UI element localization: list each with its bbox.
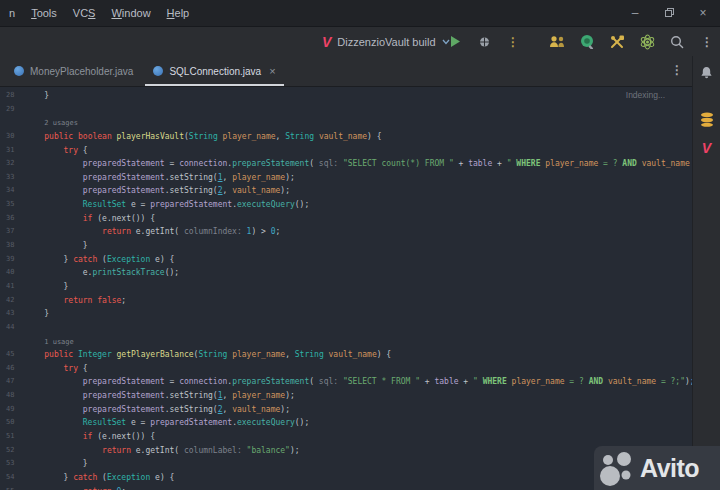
- line-number[interactable]: 45: [0, 348, 25, 362]
- run-button[interactable]: [446, 33, 464, 51]
- code-line: 42 return false;: [0, 294, 693, 308]
- tab-label: MoneyPlaceholder.java: [30, 66, 133, 77]
- code-line: 35 ResultSet e = preparedStatement.execu…: [0, 198, 693, 212]
- menu-item-window[interactable]: Window: [103, 0, 158, 26]
- code-text: return e.getInt( columnIndex: 1) > 0;: [25, 225, 693, 239]
- code-line: 30 public boolean playerHasVault(String …: [0, 130, 693, 144]
- build-button[interactable]: [608, 33, 626, 51]
- line-number[interactable]: 51: [0, 430, 25, 444]
- avito-watermark: Avito: [594, 446, 720, 490]
- code-text: public Integer getPlayerBalance(String p…: [25, 348, 693, 362]
- line-number[interactable]: 53: [0, 457, 25, 471]
- close-button[interactable]: ×: [686, 0, 720, 26]
- line-number[interactable]: 36: [0, 212, 25, 226]
- line-number[interactable]: 39: [0, 253, 25, 267]
- line-number[interactable]: 37: [0, 225, 25, 239]
- bell-icon: [700, 66, 713, 80]
- line-number[interactable]: 49: [0, 403, 25, 417]
- menu-items: nToolsVCSWindowHelp: [0, 0, 197, 26]
- bug-icon: [478, 35, 491, 48]
- more-run-options-icon[interactable]: ⋮: [504, 33, 522, 51]
- code-line: 39 } catch (Exception e) {: [0, 253, 693, 267]
- window-controls: – ×: [618, 0, 720, 26]
- restore-button[interactable]: [652, 0, 686, 26]
- profiler-icon: [580, 34, 595, 49]
- line-number[interactable]: [0, 116, 25, 130]
- tab-moneyplaceholder[interactable]: MoneyPlaceholder.java: [4, 56, 143, 86]
- line-number[interactable]: [0, 335, 25, 349]
- code-line: 46 try {: [0, 362, 693, 376]
- line-number[interactable]: 29: [0, 103, 25, 117]
- code-text: e.printStackTrace();: [25, 266, 693, 280]
- code-editor[interactable]: Indexing... 28 }29 2 usages30 public boo…: [0, 87, 693, 490]
- code-line: 1 usage: [0, 335, 693, 349]
- code-text: if (e.next()) {: [25, 212, 693, 226]
- code-text: }: [25, 307, 693, 321]
- menu-item-help[interactable]: Help: [159, 0, 198, 26]
- line-number[interactable]: 32: [0, 157, 25, 171]
- line-number[interactable]: 31: [0, 144, 25, 158]
- line-number[interactable]: 50: [0, 416, 25, 430]
- notifications-button[interactable]: [700, 65, 713, 81]
- menu-item-tools[interactable]: Tools: [23, 0, 65, 26]
- avito-watermark-text: Avito: [640, 454, 699, 483]
- line-number[interactable]: 55: [0, 485, 25, 490]
- vault-plugin-icon[interactable]: V: [702, 140, 711, 156]
- run-configuration-selector[interactable]: DizzenzioVault build: [337, 36, 435, 48]
- code-line: 44: [0, 321, 693, 335]
- atom-icon: [639, 34, 656, 50]
- line-number[interactable]: 40: [0, 266, 25, 280]
- code-line: 34 preparedStatement.setString(2, vault_…: [0, 184, 693, 198]
- line-number[interactable]: 47: [0, 375, 25, 389]
- code-line: 32 preparedStatement = connection.prepar…: [0, 157, 693, 171]
- science-plugin-button[interactable]: [638, 33, 656, 51]
- line-number[interactable]: 54: [0, 471, 25, 485]
- line-number[interactable]: 48: [0, 389, 25, 403]
- line-number[interactable]: 42: [0, 294, 25, 308]
- editor-tab-bar: MoneyPlaceholder.javaSQLConnection.java×…: [0, 56, 693, 87]
- java-class-icon: [153, 66, 163, 76]
- minimize-button[interactable]: –: [618, 0, 652, 26]
- play-icon: [449, 35, 461, 48]
- code-line: 53 }: [0, 457, 693, 471]
- users-icon: [549, 35, 566, 48]
- database-icon: [700, 112, 714, 127]
- menu-item-vcs[interactable]: VCS: [65, 0, 104, 26]
- menu-item-run[interactable]: n: [1, 0, 23, 26]
- code-line: 51 if (e.next()) {: [0, 430, 693, 444]
- code-text: } catch (Exception e) {: [25, 253, 693, 267]
- code-text: try {: [25, 362, 693, 376]
- code-line: 31 try {: [0, 144, 693, 158]
- line-number[interactable]: 52: [0, 444, 25, 458]
- debug-button[interactable]: [475, 33, 493, 51]
- tab-sqlconnection[interactable]: SQLConnection.java×: [143, 56, 285, 86]
- code-text: return false;: [25, 294, 693, 308]
- code-line: 45 public Integer getPlayerBalance(Strin…: [0, 348, 693, 362]
- tab-options-icon[interactable]: ⋮: [671, 63, 683, 77]
- line-number[interactable]: 33: [0, 171, 25, 185]
- profiler-button[interactable]: [578, 33, 596, 51]
- code-line: 48 preparedStatement.setString(1, player…: [0, 389, 693, 403]
- line-number[interactable]: 34: [0, 184, 25, 198]
- line-number[interactable]: 46: [0, 362, 25, 376]
- code-with-me-button[interactable]: [548, 33, 566, 51]
- search-everywhere-button[interactable]: [668, 33, 686, 51]
- database-tool-window-button[interactable]: [700, 111, 714, 127]
- code-text: }: [25, 239, 693, 253]
- tab-close-icon[interactable]: ×: [269, 65, 275, 77]
- line-number[interactable]: 35: [0, 198, 25, 212]
- code-text: ResultSet e = preparedStatement.executeQ…: [25, 198, 693, 212]
- run-configuration-widget[interactable]: V DizzenzioVault build: [322, 27, 450, 56]
- line-number[interactable]: 43: [0, 307, 25, 321]
- line-number[interactable]: 38: [0, 239, 25, 253]
- line-number[interactable]: 41: [0, 280, 25, 294]
- code-line: 29: [0, 103, 693, 117]
- indexing-status: Indexing...: [626, 90, 665, 100]
- line-number[interactable]: 30: [0, 130, 25, 144]
- code-line: 49 preparedStatement.setString(2, vault_…: [0, 403, 693, 417]
- toolbar-more-icon[interactable]: ⋮: [698, 33, 716, 51]
- code-text: preparedStatement = connection.prepareSt…: [25, 375, 693, 389]
- avito-logo-icon: [594, 446, 638, 490]
- line-number[interactable]: 44: [0, 321, 25, 335]
- line-number[interactable]: 28: [0, 89, 25, 103]
